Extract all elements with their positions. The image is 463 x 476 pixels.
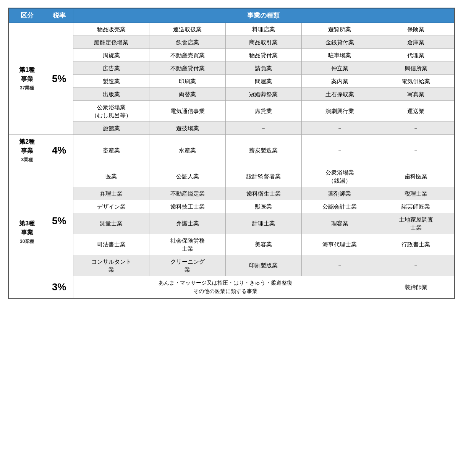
header-zeiritsu: 税率: [45, 9, 73, 23]
business-cell: 保険業: [378, 23, 454, 36]
business-cell: 製造業: [73, 74, 149, 87]
kubun-2nd: 第2種事業3業種: [9, 134, 45, 166]
business-cell: 畜産業: [73, 134, 149, 166]
business-cell: 薪炭製造業: [225, 134, 301, 166]
header-kubun: 区分: [9, 9, 45, 23]
business-cell: 冠婚葬祭業: [225, 87, 301, 100]
business-cell: 海事代理士業: [302, 234, 378, 255]
business-cell: －: [225, 121, 301, 134]
business-cell: 運送業: [378, 100, 454, 121]
business-cell: 運送取扱業: [149, 23, 225, 36]
business-cell: 歯科技工士業: [149, 200, 225, 213]
business-cell: 公証人業: [149, 166, 225, 187]
main-table-wrapper: 区分 税率 事業の種類 第1種事業37業種5%物品販売業運送取扱業料理店業遊覧所…: [8, 8, 455, 299]
business-cell: 商品取引業: [225, 36, 301, 49]
business-cell: 社会保険労務士業: [149, 234, 225, 255]
business-cell: 出版業: [73, 87, 149, 100]
business-cell: 遊技場業: [149, 121, 225, 134]
business-cell: －: [378, 255, 454, 276]
business-cell: －: [378, 134, 454, 166]
business-cell: 遊覧所業: [302, 23, 378, 36]
business-cell: 司法書士業: [73, 234, 149, 255]
business-cell: 電気供給業: [378, 74, 454, 87]
business-cell: 土地家屋調査士業: [378, 213, 454, 234]
business-cell: 駐車場業: [302, 49, 378, 62]
business-cell: 電気通信事業: [149, 100, 225, 121]
business-cell: 印刷製版業: [225, 255, 301, 276]
business-cell: 物品販売業: [73, 23, 149, 36]
business-cell: 興信所業: [378, 62, 454, 74]
business-cell: 公衆浴場業（銭湯）: [302, 166, 378, 187]
kubun-1st: 第1種事業37業種: [9, 23, 45, 134]
zeiritsu-1st: 5%: [45, 23, 73, 134]
business-cell: コンサルタント業: [73, 255, 149, 276]
business-cell: 問屋業: [225, 74, 301, 87]
business-cell: 仲立業: [302, 62, 378, 74]
business-cell: 医業: [73, 166, 149, 187]
business-cell: －: [378, 121, 454, 134]
business-cell: 両替業: [149, 87, 225, 100]
business-cell: 税理士業: [378, 187, 454, 200]
business-cell: 不動産貸付業: [149, 62, 225, 74]
soushoku-business: 装蹄師業: [378, 276, 454, 298]
business-cell: 美容業: [225, 234, 301, 255]
business-cell: 写真業: [378, 87, 454, 100]
business-cell: 理容業: [302, 213, 378, 234]
business-cell: 不動産鑑定業: [149, 187, 225, 200]
business-cell: 測量士業: [73, 213, 149, 234]
business-cell: 水産業: [149, 134, 225, 166]
business-tax-table: 区分 税率 事業の種類 第1種事業37業種5%物品販売業運送取扱業料理店業遊覧所…: [9, 8, 454, 298]
business-cell: 飲食店業: [149, 36, 225, 49]
business-cell: 獣医業: [225, 200, 301, 213]
business-cell: －: [302, 121, 378, 134]
header-shurui: 事業の種類: [73, 9, 454, 23]
business-cell: 船舶定係場業: [73, 36, 149, 49]
kubun-3rd: 第3種事業30業種: [9, 166, 45, 298]
business-cell: 印刷業: [149, 74, 225, 87]
zeiritsu-2nd: 4%: [45, 134, 73, 166]
business-cell: 設計監督者業: [225, 166, 301, 187]
business-cell: 案内業: [302, 74, 378, 87]
business-cell: クリーニング業: [149, 255, 225, 276]
business-cell: 土石採取業: [302, 87, 378, 100]
business-cell: －: [302, 134, 378, 166]
business-cell: 広告業: [73, 62, 149, 74]
business-cell: 演劇興行業: [302, 100, 378, 121]
business-cell: 周旋業: [73, 49, 149, 62]
zeiritsu-3rd-5: 5%: [45, 166, 73, 276]
business-cell: －: [302, 255, 378, 276]
business-cell: 計理士業: [225, 213, 301, 234]
business-cell: 物品貸付業: [225, 49, 301, 62]
business-cell: 席貸業: [225, 100, 301, 121]
business-cell: 旅館業: [73, 121, 149, 134]
anma-business: あんま・マッサージ又は指圧・はり・きゅう・柔道整復その他の医業に類する事業: [73, 276, 378, 298]
business-cell: 料理店業: [225, 23, 301, 36]
business-cell: 弁理士業: [73, 187, 149, 200]
business-cell: 請負業: [225, 62, 301, 74]
business-cell: 諸芸師匠業: [378, 200, 454, 213]
business-cell: 歯科医業: [378, 166, 454, 187]
business-cell: 代理業: [378, 49, 454, 62]
business-cell: 弁護士業: [149, 213, 225, 234]
business-cell: 公衆浴場業（むし風呂等）: [73, 100, 149, 121]
business-cell: 薬剤師業: [302, 187, 378, 200]
business-cell: デザイン業: [73, 200, 149, 213]
business-cell: 行政書士業: [378, 234, 454, 255]
business-cell: 不動産売買業: [149, 49, 225, 62]
business-cell: 歯科衛生士業: [225, 187, 301, 200]
business-cell: 金銭貸付業: [302, 36, 378, 49]
business-cell: 倉庫業: [378, 36, 454, 49]
zeiritsu-3rd-3: 3%: [45, 276, 73, 298]
business-cell: 公認会計士業: [302, 200, 378, 213]
